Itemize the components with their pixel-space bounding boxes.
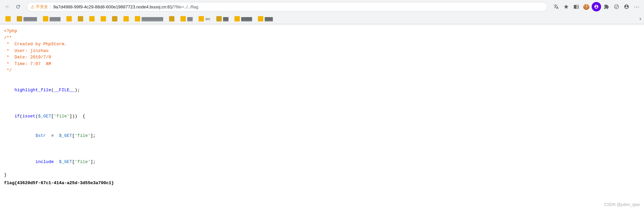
bookmark-icon-src (199, 16, 204, 21)
bookmark-item-14[interactable]: ▓▓▓▓ (232, 15, 255, 23)
code-line-8 (4, 74, 640, 81)
page-content: <?php /** * Created by PhpStorm. * User:… (0, 24, 644, 190)
code-line-14: include $_GET['file']; (4, 152, 640, 172)
bookmark-item-12[interactable]: ▓▓ (178, 15, 195, 23)
profile-button[interactable] (592, 2, 601, 11)
code-line-6: * Time: 7:07 AM (4, 61, 640, 67)
bookmark-item-8[interactable] (109, 15, 120, 23)
code-line-10 (4, 100, 640, 107)
bookmark-icon-7 (101, 16, 106, 21)
browser-chrome: ⚠ 不安全 | 9a7d4988-99f9-4c29-88d8-600e1988… (0, 0, 644, 24)
code-line-12: $str = $_GET['file']; (4, 126, 640, 146)
bookmark-icon-12 (180, 16, 186, 21)
code-line-15: } (4, 172, 640, 178)
bookmark-label-12: ▓▓ (187, 17, 193, 21)
code-line-13 (4, 146, 640, 152)
bookmark-icon-8 (112, 16, 117, 21)
bookmark-label-13: ▓▓ (223, 17, 228, 21)
bookmarks-more-button[interactable]: › (639, 15, 641, 22)
watermark: CSDN @julien_qiao (604, 202, 640, 207)
bookmark-icon-14 (234, 16, 240, 21)
bookmark-icon-11 (169, 16, 174, 21)
bookmark-label-10: ▓▓▓▓▓▓▓▓ (142, 17, 163, 21)
bookmark-item-src[interactable]: src (196, 15, 213, 23)
url-path: ?file=../../flag (173, 4, 198, 9)
bookmark-icon-2 (17, 16, 22, 21)
code-line-1: <?php (4, 28, 640, 35)
bookmark-icon-3 (43, 16, 48, 21)
back-button[interactable] (3, 2, 12, 11)
translate-button[interactable] (551, 2, 561, 11)
settings-button[interactable] (612, 2, 621, 11)
bookmark-icon-1 (5, 16, 11, 21)
bookmark-item-2[interactable]: ▓▓▓▓▓ (14, 15, 40, 23)
bookmark-icon-13 (216, 16, 222, 21)
bookmark-item-11[interactable] (166, 15, 177, 23)
address-url: 9a7d4988-99f9-4c29-88d8-600e19887723.nod… (53, 4, 544, 9)
bookmark-item-1[interactable] (3, 15, 13, 23)
code-line-5: * Date: 2019/7/9 (4, 54, 640, 61)
bookmark-icon-10 (135, 16, 140, 21)
bookmark-item-10[interactable]: ▓▓▓▓▓▓▓▓ (132, 15, 166, 23)
bookmark-item-13[interactable]: ▓▓ (214, 15, 231, 23)
bookmarks-bar: ▓▓▓▓▓ ▓▓▓▓ ▓▓▓▓▓▓▓▓ (0, 13, 644, 24)
bookmark-label-2: ▓▓▓▓▓ (23, 17, 37, 21)
code-line-9: highlight_file(__FILE__); (4, 80, 640, 100)
cookie-button[interactable]: 🍪 (582, 2, 591, 11)
bookmark-item-6[interactable] (87, 15, 97, 23)
security-label: 不安全 (36, 4, 48, 10)
nav-bar: ⚠ 不安全 | 9a7d4988-99f9-4c29-88d8-600e1988… (0, 0, 644, 13)
bookmark-item-15[interactable]: ▓▓▓ (255, 15, 275, 23)
url-domain: 9a7d4988-99f9-4c29-88d8-600e19887723.nod… (53, 4, 174, 9)
user-account-button[interactable] (622, 2, 631, 11)
bookmark-icon-4 (66, 16, 72, 21)
bookmark-label-14: ▓▓▓▓ (241, 17, 252, 21)
extensions-button[interactable] (602, 2, 611, 11)
bookmark-item-7[interactable] (98, 15, 109, 23)
bookmark-label-src: src (205, 17, 210, 21)
flag-line: flag{43620d5f-67c1-414a-a25d-3d55e3a700c… (4, 180, 640, 187)
bookmark-label-15: ▓▓▓ (265, 17, 273, 21)
bookmark-label-3: ▓▓▓▓ (50, 17, 60, 21)
code-line-7: */ (4, 67, 640, 74)
code-line-3: * Created by PhpStorm. (4, 41, 640, 48)
bookmark-item-9[interactable] (121, 15, 131, 23)
code-line-11: if(isset($_GET['file'])) { (4, 106, 640, 126)
favorites-button[interactable] (561, 2, 571, 11)
bookmark-item-3[interactable]: ▓▓▓▓ (40, 15, 63, 23)
security-warning: ⚠ 不安全 (31, 4, 48, 10)
bookmark-item-5[interactable] (75, 15, 86, 23)
bookmark-item-4[interactable] (64, 15, 74, 23)
reload-button[interactable] (13, 2, 23, 11)
func-name: highlight_file (14, 88, 51, 93)
address-bar[interactable]: ⚠ 不安全 | 9a7d4988-99f9-4c29-88d8-600e1988… (27, 2, 547, 11)
warning-icon: ⚠ (31, 4, 35, 9)
menu-button[interactable]: ⋯ (632, 2, 641, 11)
address-separator: | (50, 4, 51, 9)
bookmark-icon-15 (258, 16, 263, 21)
browser-actions: 🍪 ⋯ (551, 2, 641, 11)
code-line-2: /** (4, 35, 640, 41)
reading-mode-button[interactable] (572, 2, 581, 11)
code-line-4: * User: jinzhao (4, 48, 640, 54)
bookmark-icon-5 (78, 16, 83, 21)
bookmark-icon-9 (123, 16, 129, 21)
bookmark-icon-6 (89, 16, 95, 21)
